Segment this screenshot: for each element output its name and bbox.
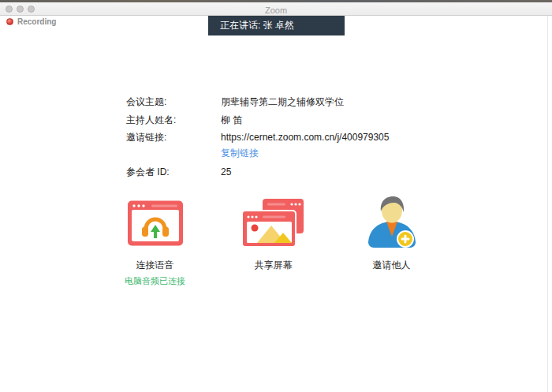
- meeting-topic-row: 会议主题: 朋辈辅导第二期之辅修双学位: [126, 95, 389, 108]
- audio-window-icon: [107, 194, 203, 252]
- share-screen-icon: [226, 194, 321, 252]
- meeting-topic-value: 朋辈辅导第二期之辅修双学位: [221, 95, 344, 108]
- minimize-button[interactable]: [17, 6, 24, 13]
- host-name-label: 主持人姓名:: [126, 114, 221, 126]
- recording-label: Recording: [17, 17, 56, 26]
- invite-link-label: 邀请链接:: [126, 131, 221, 144]
- right-border-line: [547, 16, 548, 392]
- traffic-lights: [6, 6, 35, 13]
- share-screen-button[interactable]: 共享屏幕: [226, 194, 321, 272]
- invite-link-row: 邀请链接: https://cernet.zoom.com.cn/j/40097…: [126, 131, 389, 144]
- host-name-value: 柳 笛: [221, 114, 242, 126]
- active-speaker-banner: 正在讲话: 张 卓然: [208, 16, 345, 35]
- invite-link-url: https://cernet.zoom.com.cn/j/400979305: [221, 131, 389, 144]
- host-name-row: 主持人姓名: 柳 笛: [126, 114, 389, 126]
- meeting-topic-label: 会议主题:: [126, 95, 221, 108]
- close-button[interactable]: [6, 6, 13, 13]
- share-screen-label: 共享屏幕: [226, 259, 321, 272]
- zoom-button[interactable]: [28, 6, 35, 13]
- invite-others-label: 邀请他人: [344, 259, 439, 272]
- participant-id-label: 参会者 ID:: [126, 166, 221, 178]
- copy-link-row: 复制链接: [126, 147, 389, 159]
- window-title: Zoom: [0, 5, 552, 17]
- connect-audio-label: 连接语音: [107, 259, 203, 272]
- audio-connected-status: 电脑音频已连接: [107, 275, 203, 287]
- participant-id-value: 25: [221, 166, 231, 178]
- copy-link-spacer: [126, 147, 221, 159]
- copy-link-button[interactable]: 复制链接: [221, 147, 259, 159]
- invite-others-button[interactable]: 邀请他人: [344, 194, 439, 272]
- meeting-info-panel: 会议主题: 朋辈辅导第二期之辅修双学位 主持人姓名: 柳 笛 邀请链接: htt…: [126, 95, 389, 178]
- window-titlebar: Zoom: [0, 2, 552, 16]
- recording-indicator: Recording: [6, 17, 56, 26]
- connect-audio-button[interactable]: 连接语音 电脑音频已连接: [107, 194, 203, 287]
- invite-person-icon: [344, 194, 439, 252]
- zoom-window: Zoom Recording 正在讲话: 张 卓然 会议主题: 朋辈辅导第二期之…: [0, 0, 552, 392]
- participant-id-row: 参会者 ID: 25: [126, 166, 389, 178]
- recording-dot-icon: [6, 18, 13, 25]
